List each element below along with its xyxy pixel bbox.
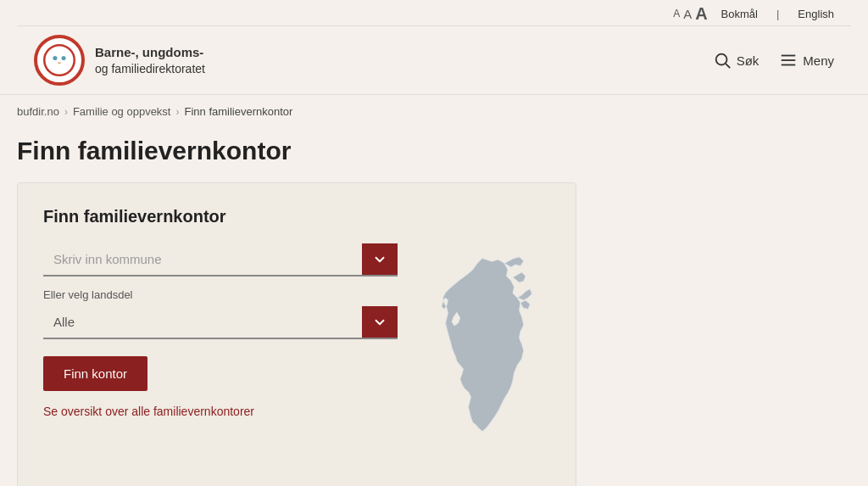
landsdel-dropdown-button[interactable] bbox=[362, 306, 398, 338]
card-form: Eller velg landsdel Alle Østlandet Vestl… bbox=[43, 243, 398, 475]
breadcrumb-sep-1: › bbox=[64, 106, 68, 118]
page-title: Finn familievernkontor bbox=[0, 128, 868, 182]
hamburger-icon bbox=[779, 51, 798, 70]
search-label: Søk bbox=[737, 53, 760, 68]
content-card: Finn familievernkontor Eller velg landsd… bbox=[17, 182, 576, 486]
chevron-down-icon bbox=[372, 252, 387, 267]
svg-point-2 bbox=[62, 56, 66, 60]
logo-text: Barne-, ungdoms- og familiedirektoratet bbox=[95, 43, 205, 78]
menu-label: Meny bbox=[803, 53, 834, 68]
svg-point-3 bbox=[715, 54, 726, 65]
breadcrumb-home[interactable]: bufdir.no bbox=[17, 105, 59, 118]
logo[interactable]: Barne-, ungdoms- og familiedirektoratet bbox=[34, 35, 205, 86]
breadcrumb: bufdir.no › Familie og oppvekst › Finn f… bbox=[0, 95, 868, 128]
breadcrumb-parent[interactable]: Familie og oppvekst bbox=[73, 105, 171, 118]
svg-line-4 bbox=[726, 64, 730, 68]
overview-link[interactable]: Se oversikt over alle familievernkontore… bbox=[43, 405, 398, 418]
menu-button[interactable]: Meny bbox=[779, 51, 834, 70]
chevron-down-icon-2 bbox=[372, 315, 387, 330]
kommune-input[interactable] bbox=[43, 243, 362, 275]
english-link[interactable]: English bbox=[798, 8, 834, 20]
search-icon bbox=[713, 51, 732, 70]
card-inner: Eller velg landsdel Alle Østlandet Vestl… bbox=[43, 243, 550, 475]
breadcrumb-sep-2: › bbox=[176, 106, 180, 118]
header-actions: Søk Meny bbox=[713, 51, 834, 70]
find-kontor-button[interactable]: Finn kontor bbox=[43, 356, 147, 391]
landsdel-select[interactable]: Alle Østlandet Vestlandet Nord-Norge Mid… bbox=[43, 306, 362, 338]
logo-icon bbox=[34, 35, 85, 86]
kommune-dropdown-button[interactable] bbox=[362, 243, 398, 275]
svg-point-0 bbox=[44, 45, 74, 75]
landsdel-select-group: Alle Østlandet Vestlandet Nord-Norge Mid… bbox=[43, 306, 398, 339]
landsdel-label: Eller velg landsdel bbox=[43, 288, 398, 301]
svg-point-1 bbox=[53, 56, 57, 60]
breadcrumb-current: Finn familievernkontor bbox=[185, 105, 293, 118]
card-title: Finn familievernkontor bbox=[43, 207, 550, 226]
norway-map bbox=[415, 243, 550, 475]
font-large-btn[interactable]: A bbox=[695, 5, 707, 22]
norway-map-svg bbox=[419, 252, 546, 475]
bokmal-link[interactable]: Bokmål bbox=[721, 8, 758, 20]
font-medium-btn[interactable]: A bbox=[683, 8, 692, 20]
kommune-input-group bbox=[43, 243, 398, 277]
lang-separator: | bbox=[776, 8, 779, 20]
search-button[interactable]: Søk bbox=[713, 51, 760, 70]
font-small-btn[interactable]: A bbox=[673, 8, 680, 19]
